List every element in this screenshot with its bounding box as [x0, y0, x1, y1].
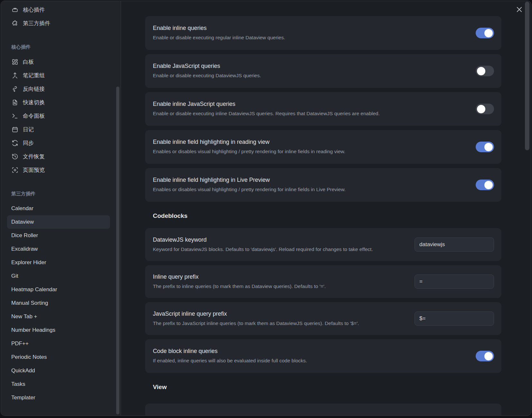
code-block-inline-queries-toggle[interactable] — [476, 351, 494, 361]
setting-description: Enable or disable executing inline Datav… — [153, 110, 468, 117]
history-icon — [11, 153, 18, 160]
sidebar-item-manual-sorting-plugin[interactable]: Manual Sorting — [7, 296, 110, 310]
puzzle-icon — [11, 20, 18, 27]
setting-title: Enable inline queries — [153, 25, 468, 32]
sidebar-item-backlinks[interactable]: 反向链接 — [1, 82, 121, 96]
setting-row-inline-field-highlight-live-preview: Enable inline field highlighting in Live… — [145, 168, 501, 202]
sidebar-item-git-plugin[interactable]: Git — [7, 269, 110, 283]
sidebar-item-label: 核心插件 — [23, 6, 45, 14]
setting-description: The prefix to inline queries (to mark th… — [153, 283, 407, 290]
sidebar-item-community-plugins[interactable]: 第三方插件 — [1, 16, 121, 30]
sidebar-item-command-palette[interactable]: 命令面板 — [1, 109, 121, 123]
settings-content: Enable inline queries Enable or disable … — [121, 1, 531, 415]
enable-inline-javascript-queries-toggle[interactable] — [476, 104, 494, 114]
sidebar-item-explorer-hider-plugin[interactable]: Explorer Hider — [7, 256, 110, 269]
sidebar-section-core: 核心插件 — [1, 44, 121, 51]
javascript-inline-query-prefix-input[interactable] — [415, 311, 494, 326]
setting-title: Code block inline queries — [153, 348, 468, 355]
layout-dashboard-icon — [11, 58, 18, 65]
scan-eye-icon — [11, 166, 18, 173]
sidebar-item-quickadd-plugin[interactable]: QuickAdd — [7, 364, 110, 377]
setting-title: Inline query prefix — [153, 274, 407, 280]
setting-title: Enable inline JavaScript queries — [153, 101, 468, 107]
sidebar-item-heatmap-calendar-plugin[interactable]: Heatmap Calendar — [7, 283, 110, 296]
file-search-icon — [11, 99, 18, 106]
section-heading-view: View — [153, 384, 501, 391]
sidebar-item-label: 第三方插件 — [23, 20, 50, 27]
sidebar-item-daily-notes[interactable]: 日记 — [1, 123, 121, 136]
backlink-icon — [11, 85, 18, 92]
sidebar-item-quick-switcher[interactable]: 快速切换 — [1, 96, 121, 109]
toggle-knob — [484, 29, 493, 37]
setting-row-enable-inline-queries: Enable inline queries Enable or disable … — [145, 16, 501, 50]
toggle-knob — [484, 181, 493, 189]
terminal-icon — [11, 112, 18, 119]
sidebar-item-label: 快速切换 — [23, 99, 45, 106]
setting-row-inline-query-prefix: Inline query prefix The prefix to inline… — [145, 265, 501, 298]
sidebar-item-core-plugins[interactable]: 核心插件 — [1, 3, 121, 16]
setting-description: Enable or disable executing DataviewJS q… — [153, 72, 468, 79]
setting-title: DataviewJS keyword — [153, 237, 407, 243]
sidebar-item-label: 同步 — [23, 139, 34, 147]
toggle-knob — [484, 352, 493, 360]
dataviewjs-keyword-input[interactable] — [415, 237, 494, 252]
setting-row-code-block-inline-queries: Code block inline queries If enabled, in… — [145, 339, 501, 373]
sidebar-scrollbar-thumb[interactable] — [116, 87, 119, 414]
content-scrollbar-thumb[interactable] — [525, 2, 529, 150]
sidebar-item-label: 反向链接 — [23, 85, 45, 93]
setting-row-dataviewjs-keyword: DataviewJS keyword Keyword for DataviewJ… — [145, 228, 501, 261]
sidebar-item-sync[interactable]: 同步 — [1, 136, 121, 150]
setting-description: Enable or disable executing regular inli… — [153, 34, 468, 41]
sidebar-item-label: 文件恢复 — [23, 153, 45, 160]
setting-title: Enable inline field highlighting in Live… — [153, 177, 468, 183]
setting-title: Enable JavaScript queries — [153, 63, 468, 70]
sidebar-item-label: 日记 — [23, 126, 34, 133]
settings-sidebar: 核心插件 第三方插件 核心插件 白板 — [1, 1, 121, 415]
toggle-knob — [484, 143, 493, 151]
sync-icon — [11, 139, 18, 146]
setting-title: JavaScript inline query prefix — [153, 311, 407, 317]
sidebar-item-page-preview[interactable]: 页面预览 — [1, 163, 121, 177]
sidebar-item-number-headings-plugin[interactable]: Number Headings — [7, 323, 110, 337]
merge-icon — [11, 72, 18, 79]
toggle-knob — [477, 105, 485, 113]
setting-description: Enables or disables visual highlighting … — [153, 186, 468, 193]
sidebar-item-excalidraw-plugin[interactable]: Excalidraw — [7, 242, 110, 256]
sidebar-item-note-composer[interactable]: 笔记重组 — [1, 69, 121, 82]
setting-description: If enabled, inline queries will also be … — [153, 358, 468, 364]
sidebar-item-label: 白板 — [23, 58, 34, 66]
setting-title: Enable inline field highlighting in read… — [153, 139, 468, 145]
setting-description: The prefix to JavaScript inline queries … — [153, 320, 407, 327]
sidebar-item-dice-roller-plugin[interactable]: Dice Roller — [7, 229, 110, 242]
setting-row-enable-javascript-queries: Enable JavaScript queries Enable or disa… — [145, 54, 501, 88]
settings-dialog: 核心插件 第三方插件 核心插件 白板 — [1, 1, 531, 416]
setting-row-javascript-inline-query-prefix: JavaScript inline query prefix The prefi… — [145, 302, 501, 335]
enable-javascript-queries-toggle[interactable] — [476, 66, 494, 76]
calendar-icon — [11, 126, 18, 133]
sidebar-item-templater-plugin[interactable]: Templater — [7, 391, 110, 404]
sidebar-item-tasks-plugin[interactable]: Tasks — [7, 377, 110, 391]
setting-description: Enables or disables visual highlighting … — [153, 148, 468, 155]
enable-inline-queries-toggle[interactable] — [476, 28, 494, 38]
sidebar-item-new-tab-plugin[interactable]: New Tab + — [7, 310, 110, 323]
sidebar-item-file-recovery[interactable]: 文件恢复 — [1, 150, 121, 163]
blocks-icon — [11, 6, 18, 13]
toggle-knob — [477, 67, 485, 75]
setting-row-enable-inline-javascript-queries: Enable inline JavaScript queries Enable … — [145, 92, 501, 126]
inline-field-highlight-reading-toggle[interactable] — [476, 142, 494, 152]
inline-field-highlight-live-preview-toggle[interactable] — [476, 180, 494, 190]
inline-query-prefix-input[interactable] — [415, 274, 494, 289]
sidebar-item-periodic-notes-plugin[interactable]: Periodic Notes — [7, 350, 110, 364]
sidebar-item-label: 命令面板 — [23, 112, 45, 120]
sidebar-item-label: 页面预览 — [23, 166, 45, 174]
sidebar-item-label: 笔记重组 — [23, 72, 45, 79]
sidebar-item-calendar-plugin[interactable]: Calendar — [7, 202, 110, 215]
sidebar-item-whiteboard[interactable]: 白板 — [1, 55, 121, 69]
section-heading-codeblocks: Codeblocks — [153, 212, 501, 219]
setting-row-partial — [145, 404, 501, 415]
setting-row-inline-field-highlight-reading: Enable inline field highlighting in read… — [145, 130, 501, 164]
sidebar-item-pdf-plus-plugin[interactable]: PDF++ — [7, 337, 110, 350]
close-icon[interactable] — [515, 5, 523, 14]
sidebar-item-dataview-plugin[interactable]: Dataview — [7, 215, 110, 229]
setting-description: Keyword for DataviewJS blocks. Defaults … — [153, 246, 407, 253]
